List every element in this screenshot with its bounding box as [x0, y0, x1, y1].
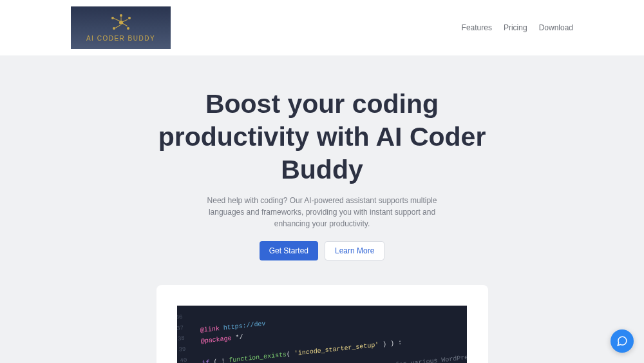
hero-buttons: Get Started Learn More — [13, 241, 631, 260]
learn-more-button[interactable]: Learn More — [325, 241, 384, 260]
logo-text: AI CODER BUDDY — [86, 35, 155, 42]
feature-card: 36373839404142434445464748 @link https:/… — [156, 285, 488, 363]
nav-download[interactable]: Download — [539, 23, 573, 32]
header: AI CODER BUDDY Features Pricing Download — [0, 0, 644, 55]
code-screenshot: 36373839404142434445464748 @link https:/… — [177, 306, 467, 363]
hero-title: Boost your coding productivity with AI C… — [129, 88, 515, 186]
nav-pricing[interactable]: Pricing — [504, 23, 527, 32]
logo[interactable]: AI CODER BUDDY — [71, 6, 171, 49]
chat-icon — [616, 335, 628, 347]
network-icon — [111, 14, 131, 31]
get-started-button[interactable]: Get Started — [260, 241, 318, 260]
hero-section: Boost your coding productivity with AI C… — [0, 55, 644, 275]
nav-features[interactable]: Features — [462, 23, 492, 32]
hero-subtitle: Need help with coding? Our AI-powered as… — [200, 195, 444, 230]
chat-button[interactable] — [611, 329, 634, 353]
main-nav: Features Pricing Download — [462, 23, 573, 32]
